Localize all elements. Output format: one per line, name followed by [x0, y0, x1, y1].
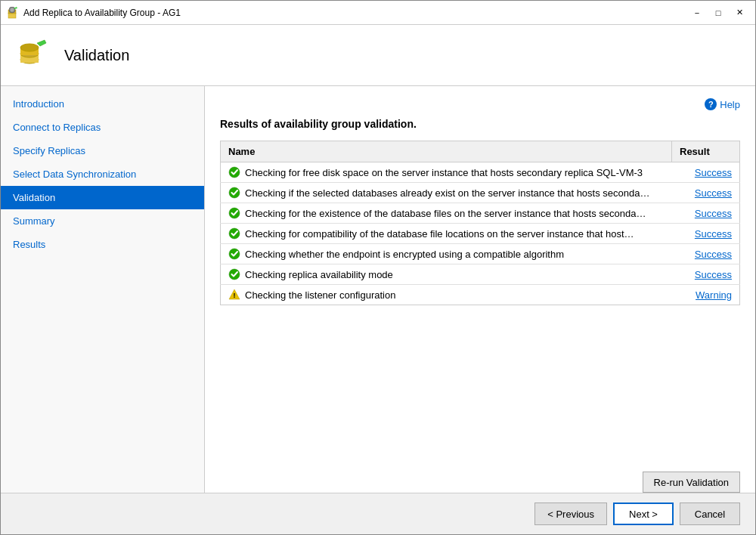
row-name-text: Checking for free disk space on the serv… — [245, 167, 643, 178]
row-name-cell: Checking for compatibility of the databa… — [221, 224, 672, 244]
success-icon — [228, 187, 240, 199]
row-name-text: Checking if the selected databases alrea… — [245, 187, 649, 199]
table-row: Checking if the selected databases alrea… — [221, 183, 740, 203]
row-name-text: Checking for the existence of the databa… — [245, 208, 646, 219]
result-link[interactable]: Success — [695, 249, 732, 260]
result-link[interactable]: Success — [695, 167, 732, 178]
row-name-cell: Checking for the existence of the databa… — [221, 203, 672, 224]
row-name-cell: Checking whether the endpoint is encrypt… — [221, 244, 672, 264]
navigation-buttons: < Previous Next > Cancel — [534, 503, 740, 525]
header: Validation — [1, 25, 755, 86]
svg-point-8 — [20, 44, 39, 51]
main-window: Add Replica to Availability Group - AG1 … — [0, 0, 756, 535]
table-body: Checking for free disk space on the serv… — [221, 162, 740, 305]
next-button[interactable]: Next > — [613, 503, 674, 525]
col-result-header: Result — [672, 141, 740, 162]
row-name-cell: Checking for free disk space on the serv… — [221, 162, 672, 183]
sidebar: IntroductionConnect to ReplicasSpecify R… — [1, 86, 205, 493]
table-header-row: Name Result — [221, 141, 740, 162]
row-result-cell[interactable]: Success — [672, 203, 740, 224]
cancel-button[interactable]: Cancel — [680, 503, 740, 525]
page-title: Validation — [64, 47, 129, 64]
main-area: IntroductionConnect to ReplicasSpecify R… — [1, 86, 755, 493]
row-result-cell[interactable]: Success — [672, 224, 740, 244]
warning-icon: ! — [228, 289, 240, 301]
window-title: Add Replica to Availability Group - AG1 — [23, 8, 687, 18]
row-name-text: Checking whether the endpoint is encrypt… — [245, 249, 564, 260]
table-row: Checking for the existence of the databa… — [221, 203, 740, 224]
window-controls: − □ ✕ — [687, 5, 749, 20]
sidebar-item-specify-replicas[interactable]: Specify Replicas — [1, 139, 204, 162]
help-icon: ? — [705, 98, 717, 110]
sidebar-item-introduction[interactable]: Introduction — [1, 92, 204, 116]
success-icon — [228, 166, 240, 178]
help-label: Help — [720, 99, 740, 110]
table-row: ! Checking the listener configurationWar… — [221, 285, 740, 305]
row-result-cell[interactable]: Success — [672, 183, 740, 203]
sidebar-item-connect-to-replicas[interactable]: Connect to Replicas — [1, 116, 204, 139]
result-link[interactable]: Warning — [696, 289, 732, 301]
bottom-bar: < Previous Next > Cancel — [1, 493, 755, 534]
sidebar-item-validation[interactable]: Validation — [1, 186, 204, 209]
maximize-button[interactable]: □ — [708, 5, 728, 20]
col-name-header: Name — [221, 141, 672, 162]
row-name-text: Checking for compatibility of the databa… — [245, 228, 634, 240]
row-result-cell[interactable]: Warning — [672, 285, 740, 305]
success-icon — [228, 268, 240, 280]
row-name-cell: Checking if the selected databases alrea… — [221, 183, 672, 203]
result-link[interactable]: Success — [695, 208, 732, 219]
row-result-cell[interactable]: Success — [672, 244, 740, 264]
success-icon — [228, 207, 240, 219]
sidebar-item-select-data-sync[interactable]: Select Data Synchronization — [1, 162, 204, 186]
sidebar-item-results[interactable]: Results — [1, 233, 204, 256]
sidebar-item-summary[interactable]: Summary — [1, 209, 204, 233]
previous-button[interactable]: < Previous — [534, 503, 607, 525]
success-icon — [228, 227, 240, 240]
rerun-area: Re-run Validation — [205, 465, 755, 493]
result-link[interactable]: Success — [695, 269, 732, 280]
content-inner: ? Help Results of availability group val… — [205, 86, 755, 465]
result-link[interactable]: Success — [695, 228, 732, 240]
row-name-cell: ! Checking the listener configuration — [221, 285, 672, 305]
validation-icon — [16, 37, 52, 73]
table-row: Checking replica availability modeSucces… — [221, 264, 740, 285]
row-name-text: Checking replica availability mode — [245, 269, 393, 280]
help-link[interactable]: ? Help — [220, 98, 740, 110]
rerun-validation-button[interactable]: Re-run Validation — [643, 472, 740, 493]
row-name-text: Checking the listener configuration — [245, 289, 395, 301]
table-row: Checking for free disk space on the serv… — [221, 162, 740, 183]
table-row: Checking for compatibility of the databa… — [221, 224, 740, 244]
table-row: Checking whether the endpoint is encrypt… — [221, 244, 740, 264]
svg-text:!: ! — [234, 292, 236, 299]
title-bar: Add Replica to Availability Group - AG1 … — [1, 1, 755, 25]
results-title: Results of availability group validation… — [220, 118, 740, 130]
result-link[interactable]: Success — [695, 187, 732, 199]
success-icon — [228, 248, 240, 260]
minimize-button[interactable]: − — [687, 5, 707, 20]
content-panel: ? Help Results of availability group val… — [205, 86, 755, 493]
app-icon — [7, 7, 19, 19]
close-button[interactable]: ✕ — [730, 5, 749, 20]
row-name-cell: Checking replica availability mode — [221, 264, 672, 285]
row-result-cell[interactable]: Success — [672, 264, 740, 285]
validation-table: Name Result Checking for free disk space… — [220, 141, 740, 305]
row-result-cell[interactable]: Success — [672, 162, 740, 183]
svg-point-3 — [11, 8, 14, 11]
